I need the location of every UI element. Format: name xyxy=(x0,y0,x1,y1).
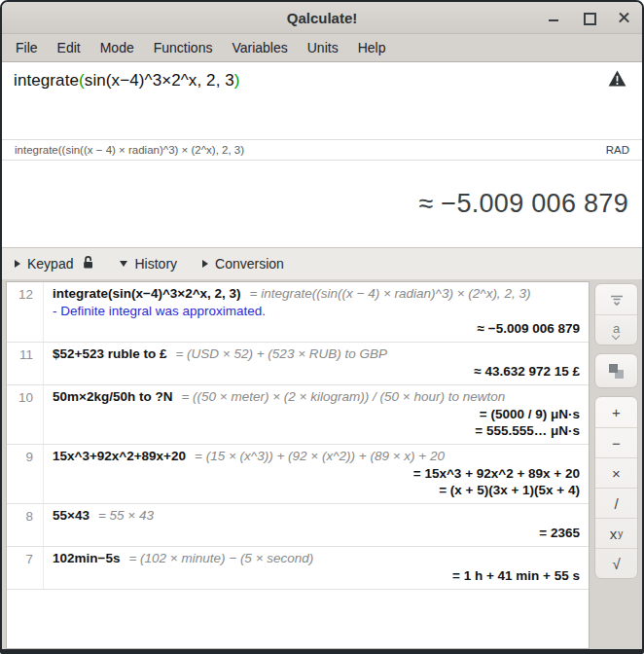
history-input[interactable]: 55×43 xyxy=(53,508,89,523)
minimize-icon[interactable] xyxy=(547,11,560,24)
history-menu-group: a xyxy=(594,283,638,345)
keypad-toggle-label: Keypad xyxy=(27,256,73,272)
menu-help[interactable]: Help xyxy=(348,36,396,59)
history-toggle[interactable]: History xyxy=(120,256,177,272)
history-row[interactable]: 11 $52+523 ruble to £= (USD × 52) + (523… xyxy=(7,343,589,385)
menu-functions[interactable]: Functions xyxy=(144,36,223,59)
history-parsed: = integrate((sin((x − 4) × radian)^3) × … xyxy=(250,286,531,301)
history-result[interactable]: = 15x^3 + 92x^2 + 89x + 20 xyxy=(53,466,580,481)
history-row[interactable]: 9 15x^3+92x^2+89x+20= (15 × (x^3)) + (92… xyxy=(7,445,589,504)
close-icon[interactable] xyxy=(617,11,630,24)
history-input[interactable]: 50m×2kg/50h to ?N xyxy=(53,389,172,404)
chevron-down-icon xyxy=(120,261,127,267)
chevron-right-icon xyxy=(15,260,20,268)
menu-mode[interactable]: Mode xyxy=(90,36,144,59)
history-input[interactable]: $52+523 ruble to £ xyxy=(53,346,166,361)
history-message: - Definite integral was approximated. xyxy=(53,304,580,318)
menubar: File Edit Mode Functions Variables Units… xyxy=(2,34,642,61)
conversion-toggle-label: Conversion xyxy=(215,256,284,272)
menu-edit[interactable]: Edit xyxy=(48,36,90,59)
maximize-icon[interactable] xyxy=(582,11,595,24)
matched-close-paren: ) xyxy=(234,71,240,90)
history-parsed: = 55 × 43 xyxy=(98,508,154,523)
menu-variables[interactable]: Variables xyxy=(222,36,297,59)
history-result[interactable]: ≈ 43.632 972 15 £ xyxy=(53,364,580,379)
history-input[interactable]: integrate(sin(x−4)^3×2^x, 2, 3) xyxy=(53,286,241,301)
expression-text: integrate(sin(x−4)^3×2^x, 2, 3) xyxy=(14,71,630,91)
history-parsed: = (USD × 52) + (523 × RUB) to GBP xyxy=(175,346,387,361)
format-options-button[interactable]: a xyxy=(595,314,637,345)
history-row[interactable]: 8 55×43= 55 × 43 = 2365 xyxy=(7,504,589,547)
copy-group xyxy=(594,353,638,388)
history-row[interactable]: 12 integrate(sin(x−4)^3×2^x, 2, 3)= inte… xyxy=(7,282,589,343)
panel-togglebar: Keypad History Conversion xyxy=(2,247,642,279)
history-index: 9 xyxy=(7,445,44,503)
expression-function: integrate xyxy=(14,71,79,90)
history-result[interactable]: = (x + 5)(3x + 1)(5x + 4) xyxy=(53,483,580,497)
history-result[interactable]: = (5000 / 9) μN·s xyxy=(53,407,580,421)
history-result[interactable]: = 1 h + 41 min + 55 s xyxy=(53,568,580,583)
copy-button[interactable] xyxy=(595,354,637,387)
sqrt-button[interactable]: √ xyxy=(595,548,637,578)
qalculate-window: Qalculate! File Edit Mode Functions Vari… xyxy=(0,0,644,654)
display-options-button[interactable] xyxy=(595,284,637,314)
result-display: ≈ −5.009 006 879 xyxy=(2,161,642,247)
history-toggle-label: History xyxy=(134,256,177,272)
operator-group: + − × / xy √ xyxy=(594,396,638,579)
history-list[interactable]: 12 integrate(sin(x−4)^3×2^x, 2, 3)= inte… xyxy=(6,281,590,649)
minus-button[interactable]: − xyxy=(595,427,637,457)
parsed-expression: integrate((sin((x − 4) × radian)^3) × (2… xyxy=(15,144,244,156)
history-index: 11 xyxy=(7,343,44,384)
menu-units[interactable]: Units xyxy=(298,36,348,59)
history-parsed: = ((50 × meter) × (2 × kilogram)) / (50 … xyxy=(181,389,505,404)
history-panel: 12 integrate(sin(x−4)^3×2^x, 2, 3)= inte… xyxy=(2,279,642,649)
expression-input[interactable]: integrate(sin(x−4)^3×2^x, 2, 3) xyxy=(2,61,642,139)
history-result[interactable]: = 555.555… μN·s xyxy=(53,423,580,438)
menu-file[interactable]: File xyxy=(6,36,48,59)
history-index: 12 xyxy=(7,282,44,342)
history-index: 7 xyxy=(7,547,44,589)
conversion-toggle[interactable]: Conversion xyxy=(202,256,284,272)
warning-icon[interactable] xyxy=(608,70,626,91)
plus-button[interactable]: + xyxy=(595,397,637,427)
history-parsed: = (102 × minute) − (5 × second) xyxy=(128,551,313,565)
history-side-buttons: a + − × / xy √ xyxy=(594,281,638,649)
multiply-button[interactable]: × xyxy=(595,457,637,488)
divide-button[interactable]: / xyxy=(595,488,637,518)
result-value: ≈ −5.009 006 879 xyxy=(418,189,628,219)
history-result[interactable]: ≈ −5.009 006 879 xyxy=(53,321,580,336)
history-parsed: = (15 × (x^3)) + (92 × (x^2)) + (89 × x)… xyxy=(195,449,445,463)
history-result[interactable]: = 2365 xyxy=(53,526,580,540)
keypad-toggle[interactable]: Keypad xyxy=(15,255,94,272)
copy-icon xyxy=(609,364,624,379)
history-input[interactable]: 102min−5s xyxy=(53,551,120,565)
power-button[interactable]: xy xyxy=(595,518,637,548)
titlebar[interactable]: Qalculate! xyxy=(2,2,642,34)
window-controls xyxy=(547,2,630,33)
history-input[interactable]: 15x^3+92x^2+89x+20 xyxy=(53,449,186,463)
chevron-right-icon xyxy=(202,260,208,268)
expression-arguments: sin(x−4)^3×2^x, 2, 3 xyxy=(85,71,234,90)
history-row[interactable]: 7 102min−5s= (102 × minute) − (5 × secon… xyxy=(7,547,589,590)
letter-a-dropdown-icon: a xyxy=(613,322,620,339)
history-index: 10 xyxy=(7,385,44,444)
history-row[interactable]: 10 50m×2kg/50h to ?N= ((50 × meter) × (2… xyxy=(7,385,589,445)
parse-statusbar: integrate((sin((x − 4) × radian)^3) × (2… xyxy=(2,139,642,161)
history-index: 8 xyxy=(7,504,44,546)
keypad-lock-icon[interactable] xyxy=(82,255,94,272)
angle-mode-indicator[interactable]: RAD xyxy=(606,144,629,156)
